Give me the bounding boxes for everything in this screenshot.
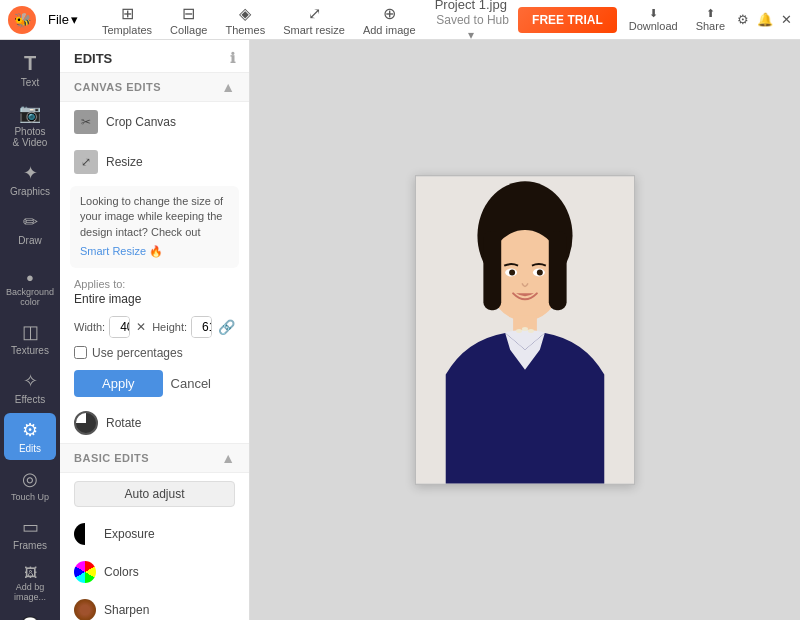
sidebar-label-effects: Effects — [15, 394, 45, 405]
smart-resize-text: Looking to change the size of your image… — [80, 195, 223, 238]
share-icon: ⬆ — [706, 7, 715, 20]
crop-canvas-item[interactable]: ✂ Crop Canvas — [60, 102, 249, 142]
cancel-button[interactable]: Cancel — [171, 376, 211, 391]
sidebar-label-touch-up: Touch Up — [11, 492, 49, 502]
height-input-wrap: px — [191, 316, 212, 338]
tool-themes[interactable]: ◈ Themes — [217, 2, 273, 38]
sidebar-item-comments[interactable]: 💬 Comments — [4, 610, 56, 620]
smart-resize-icon: ⤢ — [308, 4, 321, 23]
smart-resize-emoji: 🔥 — [149, 244, 163, 259]
effects-icon: ✧ — [23, 370, 38, 392]
exposure-item[interactable]: Exposure — [60, 515, 249, 553]
close-icon[interactable]: ✕ — [781, 12, 792, 27]
apply-button[interactable]: Apply — [74, 370, 163, 397]
sharpen-item[interactable]: Sharpen — [60, 591, 249, 620]
sidebar-item-edits[interactable]: ⚙ Edits — [4, 413, 56, 460]
resize-label: Resize — [106, 155, 143, 169]
width-label: Width: — [74, 321, 105, 333]
info-icon[interactable]: ℹ — [230, 50, 235, 66]
sidebar-label-frames: Frames — [13, 540, 47, 551]
download-icon: ⬇ — [649, 7, 658, 20]
sidebar-item-effects[interactable]: ✧ Effects — [4, 364, 56, 411]
colors-item[interactable]: Colors — [60, 553, 249, 591]
collage-icon: ⊟ — [182, 4, 195, 23]
download-button[interactable]: ⬇ Download — [623, 5, 684, 34]
auto-adjust-item[interactable]: Auto adjust — [60, 473, 249, 515]
applies-to-value: Entire image — [60, 292, 249, 312]
canvas-edits-header: CANVAS EDITS ▲ — [60, 72, 249, 102]
width-input[interactable] — [110, 317, 130, 337]
sidebar-item-text[interactable]: T Text — [4, 46, 56, 94]
person-illustration — [416, 176, 634, 484]
smart-resize-link-text: Smart Resize — [80, 244, 146, 259]
use-percentages-checkbox[interactable] — [74, 346, 87, 359]
edits-panel-header: EDITS ℹ — [60, 40, 249, 72]
sidebar-item-background-color[interactable]: ● Background color — [4, 264, 56, 313]
photos-icon: 📷 — [19, 102, 41, 124]
sidebar-label-photos: Photos& Video — [13, 126, 48, 148]
settings-icon[interactable]: ⚙ — [737, 12, 749, 27]
link-dimensions-icon[interactable]: 🔗 — [218, 319, 235, 335]
graphics-icon: ✦ — [23, 162, 38, 184]
add-image-label: Add image — [363, 24, 416, 36]
tool-collage[interactable]: ⊟ Collage — [162, 2, 215, 38]
resize-item[interactable]: ⤢ Resize — [60, 142, 249, 182]
action-buttons: Apply Cancel — [60, 364, 249, 403]
add-image-icon: ⊕ — [383, 4, 396, 23]
sidebar-label-draw: Draw — [18, 235, 41, 246]
top-tools: ⊞ Templates ⊟ Collage ◈ Themes ⤢ Smart r… — [94, 2, 424, 38]
svg-point-8 — [522, 327, 528, 331]
edits-panel: EDITS ℹ CANVAS EDITS ▲ ✂ Crop Canvas ⤢ R… — [60, 40, 250, 620]
sidebar-item-graphics[interactable]: ✦ Graphics — [4, 156, 56, 203]
touch-up-icon: ◎ — [22, 468, 38, 490]
sidebar-item-photos[interactable]: 📷 Photos& Video — [4, 96, 56, 154]
colors-label: Colors — [104, 565, 139, 579]
text-icon: T — [24, 52, 36, 75]
use-percentages-row: Use percentages — [60, 342, 249, 364]
resize-icon: ⤢ — [74, 150, 98, 174]
sidebar-label-bg-color: Background color — [6, 287, 54, 307]
draw-icon: ✏ — [23, 211, 38, 233]
edits-title: EDITS — [74, 51, 112, 66]
free-trial-button[interactable]: FREE TRIAL — [518, 7, 617, 33]
smart-resize-link[interactable]: Smart Resize 🔥 — [80, 244, 229, 259]
sidebar-item-draw[interactable]: ✏ Draw — [4, 205, 56, 252]
templates-icon: ⊞ — [121, 4, 134, 23]
height-input[interactable] — [192, 317, 212, 337]
project-title: Project 1.jpg Saved to Hub ▾ — [430, 0, 513, 42]
svg-rect-4 — [549, 231, 567, 310]
add-bg-icon: 🖼 — [24, 565, 37, 580]
sharpen-icon — [74, 599, 96, 620]
sidebar-item-touch-up[interactable]: ◎ Touch Up — [4, 462, 56, 508]
sidebar-label-text: Text — [21, 77, 39, 88]
rotate-item[interactable]: Rotate — [60, 403, 249, 443]
canvas-collapse-icon[interactable]: ▲ — [221, 79, 235, 95]
svg-point-12 — [509, 270, 515, 276]
top-icons: ⚙ 🔔 ✕ — [737, 12, 792, 27]
tool-templates[interactable]: ⊞ Templates — [94, 2, 160, 38]
sidebar-label-add-bg: Add bg image... — [8, 582, 52, 602]
crop-canvas-icon: ✂ — [74, 110, 98, 134]
sidebar-item-frames[interactable]: ▭ Frames — [4, 510, 56, 557]
canvas-photo[interactable] — [415, 175, 635, 485]
crop-canvas-label: Crop Canvas — [106, 115, 176, 129]
svg-point-9 — [528, 329, 534, 333]
file-menu[interactable]: File ▾ — [42, 8, 84, 31]
main-area: T Text 📷 Photos& Video ✦ Graphics ✏ Draw… — [0, 40, 800, 620]
top-bar: 🐝 File ▾ ⊞ Templates ⊟ Collage ◈ Themes … — [0, 0, 800, 40]
auto-adjust-button[interactable]: Auto adjust — [74, 481, 235, 507]
use-percentages-label: Use percentages — [92, 346, 183, 360]
tool-smart-resize[interactable]: ⤢ Smart resize — [275, 2, 353, 38]
svg-rect-3 — [483, 231, 501, 310]
saved-status[interactable]: Saved to Hub ▾ — [436, 13, 509, 42]
themes-label: Themes — [225, 24, 265, 36]
sidebar-item-add-bg[interactable]: 🖼 Add bg image... — [4, 559, 56, 608]
tool-add-image[interactable]: ⊕ Add image — [355, 2, 424, 38]
file-label: File — [48, 12, 69, 27]
width-input-wrap: px — [109, 316, 130, 338]
bell-icon[interactable]: 🔔 — [757, 12, 773, 27]
share-button[interactable]: ⬆ Share — [690, 5, 731, 34]
sidebar-item-textures[interactable]: ◫ Textures — [4, 315, 56, 362]
svg-point-13 — [537, 270, 543, 276]
basic-collapse-icon[interactable]: ▲ — [221, 450, 235, 466]
